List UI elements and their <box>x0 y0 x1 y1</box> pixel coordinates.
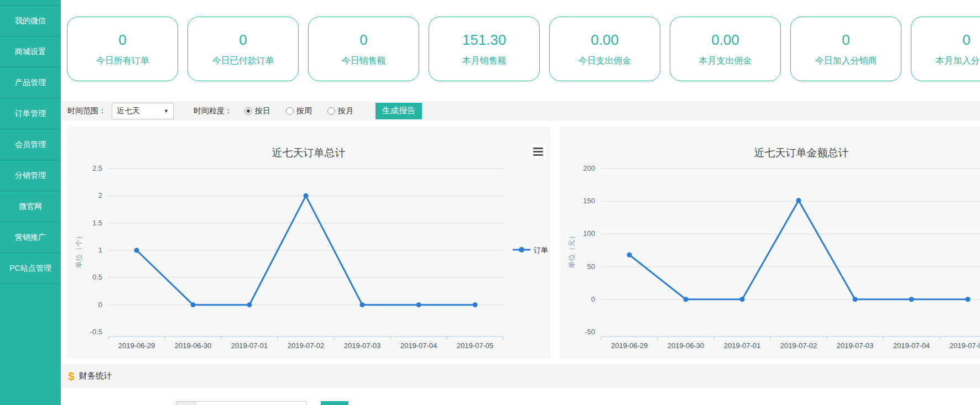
sidebar-item-pc-site-mgmt[interactable]: PC站点管理 <box>0 253 61 284</box>
sidebar-item-label: 产品管理 <box>15 78 46 88</box>
radio-by-week[interactable]: 按周 <box>286 106 312 116</box>
stat-label: 本月加入分销商 <box>936 55 980 67</box>
svg-text:50: 50 <box>587 262 595 271</box>
sidebar-item-label: 分销管理 <box>15 171 46 181</box>
sidebar-item-label: 我的微信 <box>15 16 46 26</box>
stat-cards-row: 0 今日所有订单 0 今日已付款订单 0 今日销售额 151.30 本月销售额 … <box>67 17 980 81</box>
svg-text:2019-06-30: 2019-06-30 <box>668 341 705 350</box>
sidebar-item-label: 微官网 <box>19 202 42 212</box>
report-filter-bar: 时间范围： 近七天 ▼ 时间粒度： 按日 按周 按月 <box>61 101 980 120</box>
sidebar-item-label: 商城设置 <box>15 47 46 57</box>
sidebar-item-micro-site[interactable]: 微官网 <box>0 191 61 222</box>
sidebar-item-label: 订单管理 <box>15 109 46 119</box>
sidebar-item-marketing[interactable]: 营销推广 <box>0 222 61 253</box>
svg-text:0: 0 <box>591 295 595 303</box>
app-layout: 我的微信 商城设置 产品管理 订单管理 会员管理 分销管理 微官网 营销推广 P… <box>0 0 980 405</box>
granularity-label: 时间粒度： <box>194 106 232 116</box>
svg-text:2019-07-05: 2019-07-05 <box>950 341 980 350</box>
svg-text:2019-07-01: 2019-07-01 <box>724 341 761 350</box>
svg-text:2019-07-04: 2019-07-04 <box>400 341 437 350</box>
svg-text:1: 1 <box>98 246 102 254</box>
svg-text:单位（元）: 单位（元） <box>567 233 576 269</box>
sidebar-cutoff-item <box>0 0 61 6</box>
radio-unselected-icon <box>286 107 294 115</box>
sidebar-item-label: 会员管理 <box>15 140 46 150</box>
orders-line-chart: 2.521.510.50-0.52019-06-292019-06-302019… <box>67 126 550 359</box>
svg-text:2019-07-05: 2019-07-05 <box>457 341 494 350</box>
generate-report-button[interactable]: 生成报告 <box>376 103 422 119</box>
svg-text:2.5: 2.5 <box>92 164 102 172</box>
svg-text:0.5: 0.5 <box>92 273 102 281</box>
stat-value: 151.30 <box>462 31 507 49</box>
radio-selected-icon <box>244 107 252 115</box>
stat-card-today-paid-orders: 0 今日已付款订单 <box>187 17 299 81</box>
svg-text:150: 150 <box>583 197 595 205</box>
stat-label: 今日所有订单 <box>96 55 149 67</box>
stat-value: 0 <box>842 31 849 49</box>
svg-text:2019-07-02: 2019-07-02 <box>288 341 325 350</box>
stat-card-today-orders: 0 今日所有订单 <box>67 17 178 81</box>
main-content: 0 今日所有订单 0 今日已付款订单 0 今日销售额 151.30 本月销售额 … <box>61 0 980 405</box>
stat-value: 0 <box>359 31 367 49</box>
svg-text:2: 2 <box>98 191 102 199</box>
date-input[interactable] <box>196 401 306 405</box>
query-button[interactable] <box>321 401 348 405</box>
svg-text:2019-07-01: 2019-07-01 <box>231 341 268 350</box>
time-range-selected-value: 近七天 <box>117 106 140 116</box>
time-range-select[interactable]: 近七天 ▼ <box>112 103 174 119</box>
stat-value: 0 <box>118 31 126 49</box>
chevron-down-icon: ▼ <box>164 108 169 114</box>
svg-text:2019-07-02: 2019-07-02 <box>780 341 817 350</box>
sidebar-item-order-mgmt[interactable]: 订单管理 <box>0 98 61 129</box>
radio-by-month[interactable]: 按月 <box>327 106 353 116</box>
stat-card-today-commission: 0.00 今日支出佣金 <box>549 17 660 81</box>
sidebar-item-my-wechat[interactable]: 我的微信 <box>0 6 61 36</box>
stat-label: 本月支出佣金 <box>699 55 752 67</box>
svg-text:100: 100 <box>583 229 595 238</box>
finance-query-form <box>176 401 348 405</box>
svg-text:200: 200 <box>583 164 595 172</box>
finance-section-header: $ 财务统计 <box>61 364 980 388</box>
stat-label: 今日加入分销商 <box>815 55 877 67</box>
radio-label: 按日 <box>255 106 270 116</box>
stat-card-month-sales: 151.30 本月销售额 <box>429 17 540 81</box>
sidebar-item-product-mgmt[interactable]: 产品管理 <box>0 67 61 98</box>
sidebar: 我的微信 商城设置 产品管理 订单管理 会员管理 分销管理 微官网 营销推广 P… <box>0 0 61 405</box>
svg-text:单位（个）: 单位（个） <box>75 233 83 269</box>
stat-card-month-distributors: 0 本月加入分销商 <box>911 17 980 81</box>
svg-text:2019-06-29: 2019-06-29 <box>611 341 648 350</box>
time-range-label: 时间范围： <box>67 106 106 116</box>
radio-by-day[interactable]: 按日 <box>244 106 270 116</box>
svg-text:2019-06-30: 2019-06-30 <box>175 341 212 350</box>
radio-label: 按周 <box>296 106 312 116</box>
svg-text:-50: -50 <box>585 328 595 336</box>
svg-text:2019-06-29: 2019-06-29 <box>118 341 155 350</box>
stat-card-today-sales: 0 今日销售额 <box>308 17 419 81</box>
sidebar-item-mall-settings[interactable]: 商城设置 <box>0 36 61 67</box>
svg-text:2019-07-03: 2019-07-03 <box>837 341 874 350</box>
finance-section-title: 财务统计 <box>79 371 112 381</box>
stat-value: 0.00 <box>591 31 619 49</box>
order-amount-line-chart: 200150100500-502019-06-292019-06-302019-… <box>560 126 980 359</box>
stat-value: 0 <box>962 31 970 49</box>
sidebar-item-label: PC站点管理 <box>9 264 51 273</box>
stat-value: 0 <box>239 31 247 49</box>
stat-value: 0.00 <box>711 31 739 49</box>
stat-label: 今日支出佣金 <box>578 55 632 67</box>
stat-card-month-commission: 0.00 本月支出佣金 <box>670 17 781 81</box>
stat-label: 今日销售额 <box>342 55 386 67</box>
stat-label: 本月销售额 <box>462 55 507 67</box>
svg-text:2019-07-03: 2019-07-03 <box>344 341 381 350</box>
order-amount-chart-panel: 近七天订单金额总计 200150100500-502019-06-292019-… <box>560 126 980 359</box>
sidebar-item-member-mgmt[interactable]: 会员管理 <box>0 129 61 160</box>
granularity-radio-group: 按日 按周 按月 <box>244 106 353 116</box>
calendar-addon-icon <box>176 401 196 405</box>
svg-text:2019-07-04: 2019-07-04 <box>893 341 930 350</box>
stat-card-today-distributors: 0 今日加入分销商 <box>790 17 901 81</box>
svg-text:0: 0 <box>98 301 102 309</box>
svg-text:订单: 订单 <box>534 246 548 254</box>
orders-chart-panel: 近七天订单总计 2.521.510.50-0.52019-06-292019-0… <box>67 126 550 359</box>
stat-label: 今日已付款订单 <box>212 55 274 67</box>
sidebar-item-distribution-mgmt[interactable]: 分销管理 <box>0 160 61 191</box>
sidebar-item-label: 营销推广 <box>15 233 46 243</box>
